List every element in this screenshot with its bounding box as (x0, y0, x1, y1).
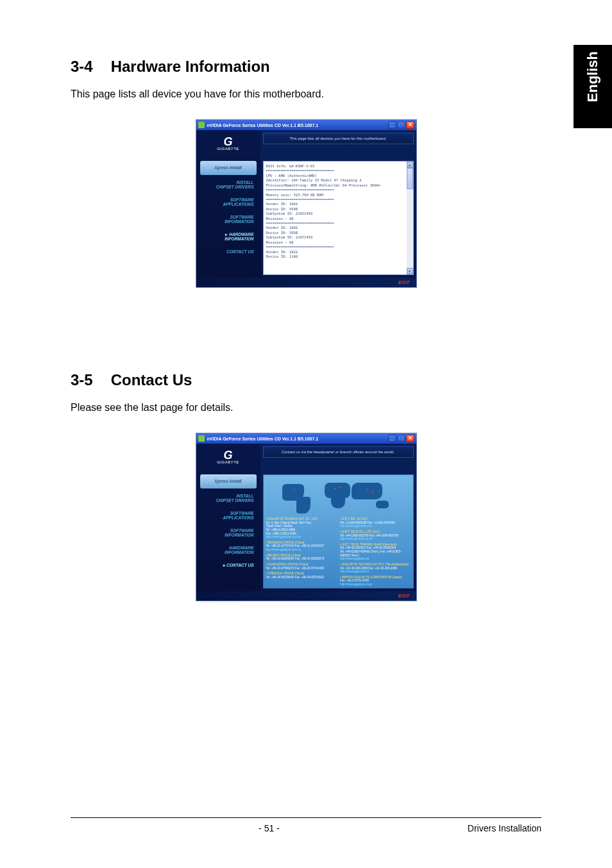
hardware-info-listbox: BIOS Info: GA-K8NF-9 D1 ================… (263, 161, 414, 275)
screenshot-hardware-info: nVIDIA GeForce Series Utilities CD Ver.1… (196, 119, 417, 288)
contact-map-panel: • GIGA-BYTE TECHNOLOGY CO., LTD.No. 6, B… (263, 474, 414, 588)
logo-text: GIGABYTE (217, 460, 239, 464)
nav-install-chipset-drivers[interactable]: INSTALL CHIPSET DRIVERS (200, 491, 257, 506)
section-title: Contact Us (111, 371, 192, 388)
logo-glyph: G (223, 450, 232, 460)
nav-software-information[interactable]: SOFTWARE INFORMATION (200, 212, 257, 227)
section-title: Hardware Information (111, 58, 270, 75)
minimize-button[interactable]: _ (388, 435, 396, 442)
contact-block: • GIGA-BYTE TECHNOLOGY B.V. (The Netherl… (340, 563, 411, 574)
page-footer: - 51 - Drivers Installation (71, 817, 541, 833)
section-number: 3-5 (71, 371, 93, 388)
window-controls: _ □ ✕ (388, 121, 414, 129)
app-footer: EXIT (196, 591, 416, 601)
logo-glyph: G (223, 137, 232, 147)
nav-hardware-information[interactable]: ▸ HARDWARE INFORMATION (200, 230, 257, 244)
window-title: nVIDIA GeForce Series Utilities CD Ver.1… (207, 437, 388, 441)
screenshot-contact-us: nVIDIA GeForce Series Utilities CD Ver.1… (196, 433, 417, 601)
contact-block: • G.B.T. TECH CO., LTD. (U.K.)Tel: +44-1… (340, 530, 411, 541)
page-number: - 51 - (71, 823, 468, 833)
nav-hardware-information[interactable]: HARDWARE INFORMATION (200, 543, 257, 558)
nav-list: Xpress Install INSTALL CHIPSET DRIVERS S… (196, 157, 260, 278)
logo-area: G GIGABYTE (196, 444, 260, 471)
contact-body: Tel: +49-40-25330-0 Fax: +49-40-25492343… (340, 546, 411, 557)
contact-col-right: • G.B.T. INC. (U.S.A.)Tel: +1-626-854933… (340, 517, 411, 585)
window-titlebar: nVIDIA GeForce Series Utilities CD Ver.1… (196, 120, 416, 130)
contact-block: • NIPPON GIGA-BYTE CORPORATION (Japan)Fa… (340, 576, 411, 587)
contact-url[interactable]: http://www.gbt-tech.co.uk (340, 537, 411, 541)
scroll-thumb[interactable] (407, 168, 413, 189)
contact-url[interactable]: http://www.gigabyte.com.tw (266, 535, 337, 539)
app-body: G GIGABYTE Xpress Install INSTALL CHIPSE… (196, 130, 416, 278)
section-heading-hw: 3-4Hardware Information (71, 58, 541, 76)
contact-body: No. 6, Bau Chiang Road, Hsin-Tien, Taipe… (266, 521, 337, 536)
sidebar: G GIGABYTE Xpress Install INSTALL CHIPSE… (196, 444, 260, 591)
contact-block: • SHANGHAI OFFICE (China)Tel: +86-21-647… (266, 541, 337, 552)
nav-install-chipset-drivers[interactable]: INSTALL CHIPSET DRIVERS (200, 178, 257, 192)
main-panel: Contact us via the headquarter or branch… (260, 444, 416, 591)
footer-section-name: Drivers Installation (468, 823, 541, 833)
section-number: 3-4 (71, 58, 93, 75)
info-banner: Contact us via the headquarter or branch… (263, 446, 414, 458)
contact-body: Tel: +86-20-87586273 Fax: +86-20-8754430… (266, 567, 337, 571)
main-panel: This page lists all devices you have for… (260, 130, 416, 278)
window-title: nVIDIA GeForce Series Utilities CD Ver.1… (207, 123, 388, 128)
contact-url[interactable]: http://www.giga-byte.com (340, 524, 411, 528)
window-titlebar: nVIDIA GeForce Series Utilities CD Ver.1… (196, 433, 416, 444)
minimize-button[interactable]: _ (388, 121, 396, 129)
section-description-hw: This page lists all device you have for … (71, 88, 541, 100)
maximize-button: □ (397, 435, 405, 442)
contact-columns: • GIGA-BYTE TECHNOLOGY CO., LTD.No. 6, B… (266, 517, 411, 585)
contact-block: • CHENGDU OFFICE (China)Tel: +86-28-8523… (266, 572, 337, 579)
hardware-info-text: BIOS Info: GA-K8NF-9 D1 ================… (264, 162, 413, 262)
contact-block: • GIGA-BYTE TECHNOLOGY CO., LTD.No. 6, B… (266, 517, 337, 539)
app-icon (198, 122, 205, 128)
contact-block: • GUANGZHOU OFFICE (China)Tel: +86-20-87… (266, 563, 337, 570)
contact-url[interactable]: http://www.giga-byte.nl (340, 570, 411, 574)
app-icon (198, 435, 205, 442)
contact-url[interactable]: http://www.gigabyte.co.jp (340, 583, 411, 587)
scroll-up-button[interactable]: ▴ (407, 162, 413, 168)
nav-software-applications[interactable]: SOFTWARE APPLICATIONS (200, 508, 257, 523)
page-content: 3-4Hardware Information This page lists … (0, 0, 612, 868)
close-button[interactable]: ✕ (406, 435, 414, 442)
scrollbar[interactable]: ▴ ▾ (407, 162, 413, 274)
scroll-track[interactable] (407, 189, 413, 268)
info-banner: This page lists all devices you have for… (263, 133, 414, 144)
contact-block: • BEIJING OFFICE (China)Tel: +86-10-8285… (266, 554, 337, 561)
logo-area: G GIGABYTE (196, 130, 260, 157)
contact-col-left: • GIGA-BYTE TECHNOLOGY CO., LTD.No. 6, B… (266, 517, 337, 585)
contact-body: Tel: +86-28-85236930 Fax: +86-28-8525682… (266, 576, 337, 580)
scroll-down-button[interactable]: ▾ (407, 268, 413, 274)
nav-list: Xpress Install INSTALL CHIPSET DRIVERS S… (196, 471, 260, 591)
nav-xpress-install[interactable]: Xpress Install (200, 474, 257, 488)
maximize-button: □ (397, 121, 405, 129)
window-controls: _ □ ✕ (388, 435, 414, 442)
nav-software-applications[interactable]: SOFTWARE APPLICATIONS (200, 195, 257, 210)
close-button[interactable]: ✕ (406, 121, 414, 129)
contact-url[interactable]: http://www.gigabyte.com.cn (266, 548, 337, 552)
sidebar: G GIGABYTE Xpress Install INSTALL CHIPSE… (196, 130, 260, 278)
contact-block: • G.B.T. TECH. TRADING GmbH (Germany)Tel… (340, 543, 411, 561)
section-description-contact: Please see the last page for details. (71, 402, 541, 413)
exit-button[interactable]: EXIT (398, 593, 410, 599)
section-heading-contact: 3-5Contact Us (71, 371, 541, 389)
contact-block: • G.B.T. INC. (U.S.A.)Tel: +1-626-854933… (340, 517, 411, 528)
nav-software-information[interactable]: SOFTWARE INFORMATION (200, 526, 257, 540)
contact-body: Tel: +86-10-82856054 Fax: +86-10-8285657… (266, 557, 337, 561)
nav-contact-us[interactable]: CONTACT US (200, 247, 257, 256)
app-footer: EXIT (196, 278, 416, 287)
contact-heading: • GIGA-BYTE TECHNOLOGY B.V. (The Netherl… (340, 563, 411, 567)
contact-url[interactable]: http://www.gigabyte.de (340, 557, 411, 561)
nav-contact-us[interactable]: ▸ CONTACT US (200, 560, 257, 570)
app-body: G GIGABYTE Xpress Install INSTALL CHIPSE… (196, 444, 416, 591)
exit-button[interactable]: EXIT (398, 280, 410, 285)
nav-xpress-install[interactable]: Xpress Install (200, 161, 257, 175)
logo-text: GIGABYTE (217, 147, 239, 151)
